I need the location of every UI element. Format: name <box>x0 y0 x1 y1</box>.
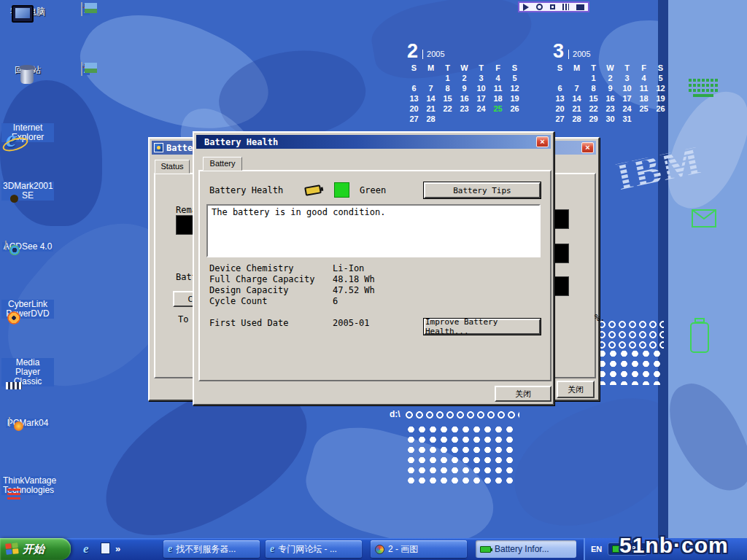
osd-keyboard-icon[interactable] <box>576 4 584 10</box>
osd-volume-icon[interactable] <box>536 4 543 10</box>
calendar-cell: S <box>652 63 669 73</box>
calendar-cell: F <box>489 63 506 73</box>
taskbar-task-battery-information[interactable]: Battery Infor... <box>476 540 576 558</box>
close-icon[interactable]: × <box>536 136 549 147</box>
calendar-cell: 19 <box>506 93 523 104</box>
dot-pattern <box>597 349 664 385</box>
osd-toolbar <box>518 1 589 12</box>
calendar-month-number: 2 <box>407 42 418 61</box>
desktop-icon-internet-explorer[interactable]: Internet Explorer <box>1 121 54 143</box>
tab-status[interactable]: Status <box>155 160 190 174</box>
calendar-march: 3 2005 SMTWTFS12345678910111213141516171… <box>553 39 673 128</box>
calendar-cell: 8 <box>439 83 456 93</box>
close-button[interactable]: 关闭 <box>557 381 595 398</box>
osd-speaker-icon[interactable] <box>523 4 529 11</box>
language-indicator[interactable]: EN <box>591 545 602 553</box>
dot-pattern <box>597 319 664 349</box>
battery-gauge-block <box>552 276 569 296</box>
battery-wallpaper-icon <box>689 318 711 354</box>
taskbar-task-server-not-found[interactable]: e 找不到服务器... <box>163 540 260 558</box>
desktop-icon-my-computer[interactable]: 我的电脑 <box>1 4 54 18</box>
paint-icon <box>375 545 384 554</box>
desktop-icon-thinkvantage[interactable]: ThinkVantage Technologies <box>1 474 54 496</box>
calendar-cell: 13 <box>551 93 568 104</box>
osd-display-icon[interactable] <box>550 4 555 9</box>
drive-label: d:\ <box>390 409 400 419</box>
icon-label: 3DMark2001 SE <box>1 182 54 201</box>
calendar-cell: 24 <box>619 104 635 114</box>
calendar-cell: 26 <box>652 104 669 114</box>
calendar-cell: 10 <box>473 83 489 93</box>
dialog-title: Battery Health <box>204 137 278 147</box>
battery-tips-button[interactable]: Battery Tips <box>424 182 541 198</box>
calendar-cell: 16 <box>602 93 619 104</box>
close-icon[interactable]: × <box>581 142 594 153</box>
calendar-year: 2005 <box>422 50 444 59</box>
osd-brightness-icon[interactable] <box>562 4 569 10</box>
calendar-grid: SMTWTFS123456789101112131415161718192021… <box>551 63 669 124</box>
calendar-cell <box>551 73 568 83</box>
calendar-cell: 26 <box>506 104 523 114</box>
window-title: Batte <box>166 143 193 153</box>
calendar-cell: 1 <box>439 73 456 83</box>
field-label: First Used Date <box>209 318 288 328</box>
calendar-cell: 20 <box>406 104 422 114</box>
field-value: 2005-01 <box>333 318 370 328</box>
desktop-icon-acdsee[interactable]: ACDSee 4.0 <box>1 239 54 252</box>
icon-label: PCMark04 <box>6 419 50 428</box>
calendar-cell: 22 <box>439 104 456 114</box>
keyboard-icon <box>689 77 719 99</box>
calendar-cell <box>473 114 489 124</box>
field-label: Device Chemistry <box>209 263 294 273</box>
calendar-cell: F <box>635 63 652 73</box>
calendar-cell: 4 <box>489 73 506 83</box>
calendar-cell: 2 <box>456 73 473 83</box>
quick-launch-ie-icon[interactable]: e <box>83 542 89 556</box>
taskbar-task-forum[interactable]: e 专门网论坛 - ... <box>266 540 362 558</box>
calendar-cell: 22 <box>585 104 602 114</box>
start-button[interactable]: 开始 <box>0 538 71 560</box>
condition-textbox[interactable]: The battery is in good condition. <box>206 204 541 257</box>
battery-gauge-block <box>552 209 569 229</box>
calendar-cell: 25 <box>489 104 506 114</box>
desktop-file-1[interactable]: 1 <box>59 3 112 16</box>
task-label: 找不到服务器... <box>176 543 236 556</box>
calendar-cell: 18 <box>489 93 506 104</box>
battery-health-dialog[interactable]: Battery Health × Battery Battery Health … <box>193 131 554 405</box>
ie-icon: e <box>270 543 274 555</box>
improve-battery-health-button[interactable]: Improve Battery Health... <box>424 319 541 335</box>
calendar-cell: 10 <box>619 83 635 93</box>
calendar-cell: 30 <box>602 114 619 124</box>
calendar-cell: 25 <box>635 104 652 114</box>
calendar-cell: T <box>439 63 456 73</box>
calendar-cell: W <box>456 63 473 73</box>
close-button[interactable]: 关闭 <box>495 386 551 402</box>
calendar-grid: SMTWTFS123456789101112131415161718192021… <box>406 63 523 124</box>
jpg-file-icon <box>81 62 82 76</box>
calendar-cell: 13 <box>406 93 422 104</box>
calendar-cell: 18 <box>635 93 652 104</box>
calendar-cell: 16 <box>456 93 473 104</box>
watermark-51nb: 51nb·com <box>619 534 729 557</box>
tab-battery[interactable]: Battery <box>203 157 242 171</box>
desktop-file-2[interactable]: 2 <box>59 63 112 76</box>
quick-launch-desktop-icon[interactable] <box>101 542 110 554</box>
desktop-icon-media-player-classic[interactable]: Media Player Classic <box>1 356 54 387</box>
taskbar-task-paint[interactable]: 2 - 画图 <box>371 540 467 558</box>
calendar-cell: 4 <box>635 73 652 83</box>
desktop-icon-powerdvd[interactable]: CyberLink PowerDVD <box>1 298 54 319</box>
calendar-cell: W <box>602 63 619 73</box>
calendar-cell: 15 <box>585 93 602 104</box>
quick-launch-expand-icon[interactable]: » <box>115 542 120 556</box>
calendar-cell: 21 <box>568 104 585 114</box>
calendar-cell: S <box>406 63 422 73</box>
desktop-icon-recycle-bin[interactable]: 回收站 <box>1 63 54 76</box>
calendar-cell: T <box>585 63 602 73</box>
desktop-icon-pcmark[interactable]: PCMark04 <box>1 416 54 429</box>
task-label: 专门网论坛 - ... <box>278 543 337 556</box>
calendar-cell: 29 <box>585 114 602 124</box>
desktop-icon-3dmark[interactable]: 3DMark2001 SE <box>1 179 54 201</box>
calendar-cell <box>439 114 456 124</box>
field-value: 48.18 Wh <box>333 274 375 284</box>
dialog-titlebar[interactable]: Battery Health × <box>196 135 551 149</box>
